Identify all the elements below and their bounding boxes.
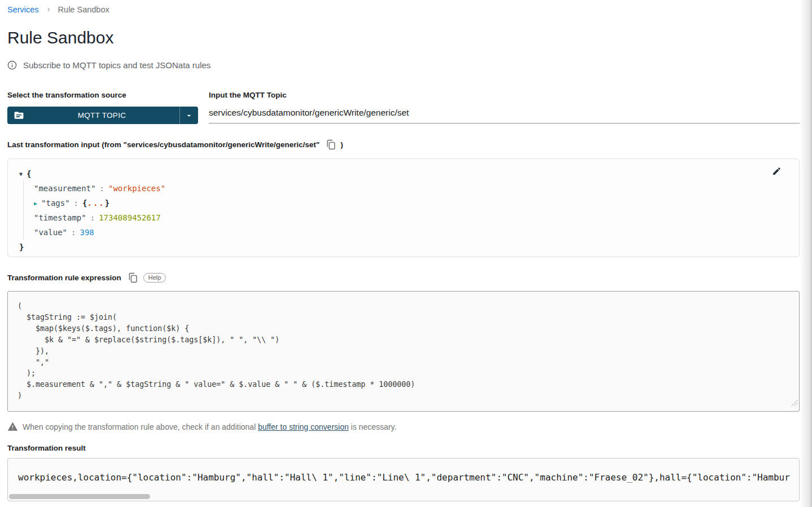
controls-row: Select the transformation source MQTT TO… [7, 91, 800, 124]
json-key: "timestamp" [34, 213, 86, 222]
json-colon: : [100, 184, 104, 193]
chevron-right-icon [46, 7, 51, 12]
json-key: "value" [34, 228, 67, 237]
code-line: $.measurement & "," & $tagString & " val… [17, 379, 799, 390]
buffer-conversion-link[interactable]: buffer to string conversion [258, 422, 349, 431]
json-close-brace: } [105, 199, 109, 208]
source-select-dropdown[interactable]: MQTT TOPIC [7, 107, 198, 124]
json-key: "tags" [41, 199, 70, 208]
page-title: Rule Sandbox [7, 28, 800, 48]
warning-icon [7, 421, 18, 432]
topic-input-label: Input the MQTT Topic [209, 91, 800, 99]
topic-folder-icon [7, 107, 24, 124]
warning-text-before: When copying the transformation rule abo… [23, 422, 258, 431]
info-icon [7, 60, 17, 70]
horizontal-scrollbar [8, 494, 798, 499]
rule-sandbox-page: Services Rule Sandbox Rule Sandbox Subsc… [0, 0, 800, 501]
result-label: Transformation result [7, 444, 800, 452]
json-tree-body: "measurement" : "workpieces" ▶ "tags" : … [23, 181, 799, 240]
json-close-row: } [19, 240, 799, 254]
page-right-edge [800, 0, 812, 507]
copy-expression-button[interactable] [127, 272, 139, 284]
expression-label: Transformation rule expression [7, 274, 121, 282]
page-subtitle: Subscribe to MQTT topics and test JSONat… [23, 60, 210, 70]
json-close-brace: } [19, 243, 24, 252]
code-line: $map($keys($.tags), function($k) { [17, 323, 799, 334]
json-collapsed-dots[interactable]: ... [87, 199, 104, 208]
json-string-value: "workpieces" [108, 184, 165, 193]
result-text: workpieces,location={"location":"Hamburg… [8, 458, 799, 483]
json-open-brace: { [27, 169, 31, 178]
source-select-label: Select the transformation source [7, 91, 198, 99]
json-row-timestamp: "timestamp" : 1734089452617 [34, 210, 799, 225]
json-row-measurement: "measurement" : "workpieces" [34, 181, 799, 196]
chevron-down-icon [179, 107, 198, 124]
warning-text-after: is necessary. [349, 422, 397, 431]
last-input-label-close: ) [340, 140, 343, 149]
edit-input-button[interactable] [772, 166, 782, 178]
code-line: $tagString := $join( [17, 312, 799, 323]
last-input-label-row: Last transformation input (from "service… [7, 139, 800, 151]
last-input-label: Last transformation input (from "service… [7, 140, 319, 149]
resize-grip-icon[interactable] [791, 399, 798, 410]
json-colon: : [71, 228, 76, 237]
code-line: ) [17, 390, 799, 402]
rule-expression-editor[interactable]: ( $tagString := $join( $map($keys($.tags… [7, 291, 800, 412]
json-colon: : [74, 199, 78, 208]
source-select-value: MQTT TOPIC [24, 107, 179, 124]
horizontal-scrollbar-thumb[interactable] [9, 494, 150, 499]
json-row-tags: ▶ "tags" : { ... } [34, 196, 799, 210]
warning-text: When copying the transformation rule abo… [23, 422, 397, 431]
collapse-arrow-icon[interactable]: ▼ [19, 171, 23, 177]
code-line: }), [17, 346, 799, 357]
mqtt-topic-input[interactable] [209, 105, 800, 124]
buffer-warning-row: When copying the transformation rule abo… [7, 421, 800, 432]
copy-topic-button[interactable] [325, 139, 337, 151]
code-line: ( [17, 301, 799, 312]
breadcrumb-link-services[interactable]: Services [7, 5, 39, 14]
breadcrumb: Services Rule Sandbox [7, 5, 800, 14]
expression-label-row: Transformation rule expression Help [7, 272, 800, 284]
json-key: "measurement" [34, 184, 96, 193]
json-number-value: 398 [80, 228, 94, 237]
transformation-result-box: workpieces,location={"location":"Hamburg… [7, 458, 800, 501]
json-open-brace: { [82, 199, 87, 208]
code-line: $k & "=" & $replace($string($.tags[$k]),… [17, 334, 799, 346]
expand-arrow-icon[interactable]: ▶ [34, 200, 37, 206]
breadcrumb-current: Rule Sandbox [58, 5, 109, 14]
page-subtitle-row: Subscribe to MQTT topics and test JSONat… [7, 60, 800, 70]
json-row-value: "value" : 398 [34, 225, 799, 240]
json-colon: : [90, 213, 95, 222]
json-number-value: 1734089452617 [99, 213, 161, 222]
code-line: "," [17, 357, 799, 368]
code-line: ); [17, 368, 799, 379]
help-button[interactable]: Help [143, 273, 166, 283]
json-root-row: ▼ { [19, 166, 799, 181]
last-input-json-viewer: ▼ { "measurement" : "workpieces" ▶ "tags… [7, 158, 800, 257]
